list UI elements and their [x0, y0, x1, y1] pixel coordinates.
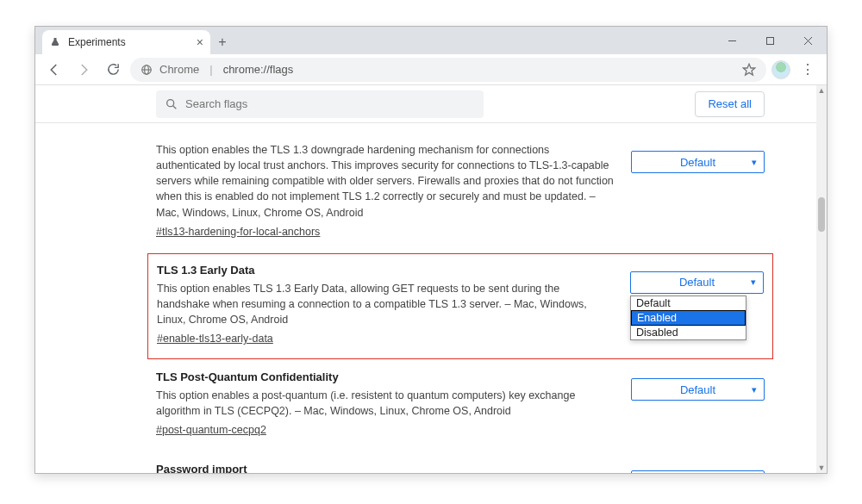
flag-select-value: Default [680, 383, 715, 396]
dropdown-option-disabled[interactable]: Disabled [631, 326, 746, 339]
flag-title: TLS Post-Quantum Confidentiality [156, 370, 614, 386]
flag-item: TLS Post-Quantum Confidentiality This op… [156, 359, 765, 451]
window-controls [713, 27, 827, 54]
search-flags-input[interactable]: Search flags [156, 90, 484, 118]
page-viewport: Search flags Reset all This option enabl… [35, 85, 816, 473]
profile-avatar[interactable] [771, 60, 790, 79]
flag-anchor-link[interactable]: #post-quantum-cecpq2 [156, 422, 266, 438]
flag-select-open[interactable]: Default [630, 271, 764, 294]
tab-title: Experiments [68, 36, 126, 48]
svg-point-8 [167, 99, 174, 106]
flag-select-value: Default [679, 276, 715, 289]
flag-description: This option enables TLS 1.3 Early Data, … [157, 281, 613, 327]
svg-rect-1 [766, 37, 773, 44]
bookmark-star-icon[interactable] [742, 63, 756, 77]
svg-line-9 [173, 105, 177, 109]
url-separator: | [209, 63, 212, 76]
reset-all-button[interactable]: Reset all [695, 91, 765, 117]
flag-item-highlighted: TLS 1.3 Early Data This option enables T… [147, 253, 773, 359]
flask-icon [49, 36, 61, 48]
flag-item: Password import Import functionality in … [156, 451, 765, 473]
search-icon [165, 97, 178, 111]
browser-menu-button[interactable]: ⋮ [796, 61, 820, 78]
content-area: Search flags Reset all This option enabl… [35, 85, 827, 473]
vertical-scrollbar[interactable]: ▲ ▼ [816, 85, 827, 473]
scroll-thumb[interactable] [818, 197, 825, 232]
flag-title: TLS 1.3 Early Data [157, 263, 613, 279]
new-tab-button[interactable]: + [210, 30, 234, 54]
flag-select[interactable]: Default [631, 151, 765, 173]
flag-description: This option enables the TLS 1.3 downgrad… [156, 142, 614, 221]
scroll-down-arrow[interactable]: ▼ [816, 463, 827, 473]
svg-marker-7 [743, 64, 754, 75]
titlebar: Experiments × + [35, 27, 827, 54]
flag-item: This option enables the TLS 1.3 downgrad… [156, 132, 765, 253]
toolbar: Chrome | chrome://flags ⋮ [35, 54, 827, 85]
flag-description: This option enables a post-quantum (i.e.… [156, 388, 614, 419]
dropdown-option-default[interactable]: Default [631, 296, 746, 310]
back-button[interactable] [42, 58, 66, 82]
flag-select-dropdown: Default Enabled Disabled [630, 296, 746, 340]
close-tab-icon[interactable]: × [197, 35, 203, 49]
minimize-button[interactable] [713, 27, 751, 54]
maximize-button[interactable] [751, 27, 789, 54]
flag-anchor-link[interactable]: #enable-tls13-early-data [157, 331, 273, 346]
browser-window: Experiments × + [34, 26, 828, 474]
url-path: chrome://flags [223, 63, 294, 76]
active-tab[interactable]: Experiments × [42, 30, 210, 54]
address-bar[interactable]: Chrome | chrome://flags [130, 58, 766, 82]
reload-button[interactable] [101, 58, 125, 82]
flag-title: Password import [156, 462, 614, 473]
flag-select[interactable]: Default [631, 378, 765, 401]
flags-list: This option enables the TLS 1.3 downgrad… [35, 123, 816, 473]
flag-select[interactable]: Default [631, 470, 765, 473]
forward-button[interactable] [72, 58, 96, 82]
url-scheme: Chrome [159, 63, 199, 76]
flag-anchor-link[interactable]: #tls13-hardening-for-local-anchors [156, 224, 320, 240]
flags-topbar: Search flags Reset all [35, 85, 816, 123]
search-placeholder: Search flags [185, 97, 247, 110]
close-window-button[interactable] [789, 27, 827, 54]
scroll-up-arrow[interactable]: ▲ [816, 85, 827, 96]
flag-select-value: Default [680, 156, 715, 169]
site-info-icon[interactable] [141, 64, 153, 76]
dropdown-option-enabled[interactable]: Enabled [631, 310, 746, 326]
